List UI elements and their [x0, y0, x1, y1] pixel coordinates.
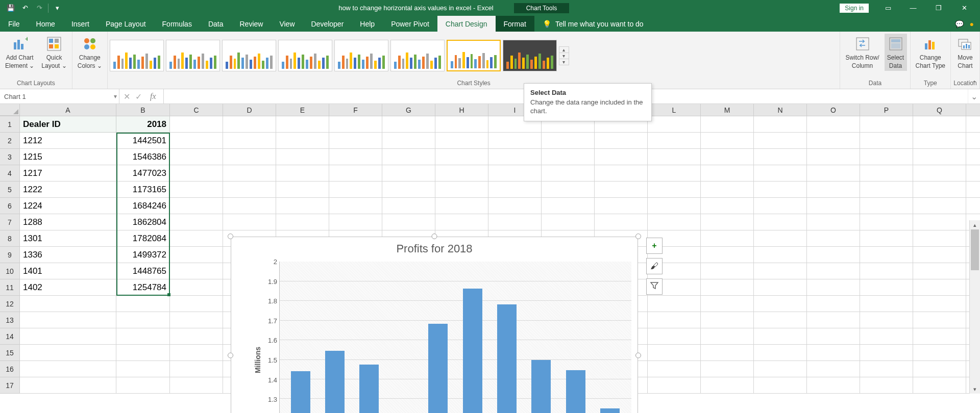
chart-bar[interactable]	[531, 360, 551, 413]
row-header-6[interactable]: 6	[0, 198, 19, 214]
chart-bar[interactable]	[291, 371, 310, 413]
cell[interactable]	[807, 345, 860, 360]
cell[interactable]	[595, 198, 648, 214]
cell[interactable]	[276, 149, 329, 165]
resize-handle-l[interactable]	[228, 353, 233, 358]
cell[interactable]	[595, 149, 648, 165]
row-header-3[interactable]: 3	[0, 149, 19, 165]
cell[interactable]: 1254784	[116, 279, 170, 295]
chart-bar[interactable]	[566, 370, 585, 413]
chart-style-thumb[interactable]	[334, 40, 388, 71]
cell[interactable]	[223, 214, 276, 230]
cell[interactable]	[435, 165, 488, 181]
cell[interactable]	[20, 328, 116, 344]
cell[interactable]	[276, 214, 329, 230]
cell[interactable]	[542, 198, 595, 214]
cell[interactable]	[116, 345, 170, 360]
row-header-12[interactable]: 12	[0, 296, 19, 312]
column-header-N[interactable]: N	[754, 104, 807, 116]
cell[interactable]	[807, 377, 860, 393]
cell[interactable]	[648, 133, 701, 148]
file-tab[interactable]: File	[0, 16, 28, 32]
row-header-13[interactable]: 13	[0, 312, 19, 328]
cell[interactable]	[648, 312, 701, 328]
resize-handle-tr[interactable]	[635, 234, 641, 239]
cell[interactable]	[807, 328, 860, 344]
cell[interactable]	[754, 345, 807, 360]
cell[interactable]	[754, 133, 807, 148]
cell[interactable]	[860, 198, 913, 214]
cell[interactable]	[807, 279, 860, 295]
scroll-up-icon[interactable]: ▴	[970, 220, 980, 229]
chart-style-thumb[interactable]	[278, 40, 332, 71]
cell[interactable]: 1301	[20, 230, 116, 246]
cell[interactable]	[860, 361, 913, 377]
cell[interactable]	[701, 214, 754, 230]
cell[interactable]	[116, 328, 170, 344]
cell[interactable]	[860, 149, 913, 165]
cell[interactable]	[276, 133, 329, 148]
cell[interactable]	[329, 133, 382, 148]
cell[interactable]	[542, 214, 595, 230]
cell[interactable]: 1288	[20, 214, 116, 230]
cell[interactable]	[20, 345, 116, 360]
chart-style-thumb[interactable]	[222, 40, 276, 71]
chart-bar[interactable]	[428, 324, 448, 413]
resize-handle-tl[interactable]	[228, 234, 233, 239]
cell[interactable]	[754, 263, 807, 279]
chart-filters-button[interactable]	[646, 278, 663, 295]
cell[interactable]: 1499372	[116, 247, 170, 263]
cell[interactable]	[595, 182, 648, 197]
cell[interactable]	[860, 263, 913, 279]
cell[interactable]	[701, 328, 754, 344]
cell[interactable]: 1546386	[116, 149, 170, 165]
chart-bar[interactable]	[325, 351, 345, 413]
cell[interactable]	[648, 182, 701, 197]
cell[interactable]	[170, 133, 223, 148]
minimize-button[interactable]: —	[901, 0, 925, 16]
chart-plot-area[interactable]: Millions 11.11.21.31.41.51.61.71.81.92	[265, 262, 631, 413]
cell[interactable]: 1212	[20, 133, 116, 148]
cell[interactable]	[913, 328, 966, 344]
column-header-E[interactable]: E	[276, 104, 329, 116]
cell[interactable]	[488, 133, 542, 148]
cell[interactable]	[648, 328, 701, 344]
cell[interactable]	[648, 296, 701, 312]
formula-bar-expand-icon[interactable]: ⌄	[968, 89, 980, 104]
column-header-A[interactable]: A	[20, 104, 116, 116]
cell[interactable]	[170, 165, 223, 181]
cell[interactable]	[860, 296, 913, 312]
cell[interactable]	[913, 247, 966, 263]
cell[interactable]	[754, 361, 807, 377]
scroll-down-icon[interactable]: ▾	[970, 384, 980, 394]
switch-row-column-button[interactable]: Switch Row/ Column	[843, 34, 881, 71]
cell[interactable]	[170, 116, 223, 132]
resize-handle-r[interactable]	[635, 353, 641, 358]
column-header-H[interactable]: H	[435, 104, 488, 116]
cell[interactable]	[913, 133, 966, 148]
cell[interactable]: 1401	[20, 263, 116, 279]
cell[interactable]	[488, 149, 542, 165]
help-tab[interactable]: Help	[352, 16, 383, 32]
view-tab[interactable]: View	[271, 16, 303, 32]
cell[interactable]	[648, 377, 701, 393]
cell[interactable]	[807, 361, 860, 377]
column-header-D[interactable]: D	[223, 104, 276, 116]
chart-style-thumb[interactable]	[166, 40, 220, 71]
cell[interactable]	[754, 230, 807, 246]
cell[interactable]	[648, 165, 701, 181]
cell[interactable]	[223, 165, 276, 181]
cell[interactable]	[170, 263, 223, 279]
cell[interactable]: 1477023	[116, 165, 170, 181]
cell[interactable]	[701, 345, 754, 360]
cell[interactable]	[860, 345, 913, 360]
cell[interactable]	[860, 165, 913, 181]
redo-icon[interactable]: ↷	[33, 2, 46, 15]
column-header-L[interactable]: L	[648, 104, 701, 116]
cell[interactable]	[807, 149, 860, 165]
row-header-4[interactable]: 4	[0, 165, 19, 182]
cell[interactable]: 1173165	[116, 182, 170, 197]
cell[interactable]	[20, 361, 116, 377]
vertical-scrollbar[interactable]: ▴ ▾	[969, 220, 980, 394]
row-header-14[interactable]: 14	[0, 328, 19, 345]
